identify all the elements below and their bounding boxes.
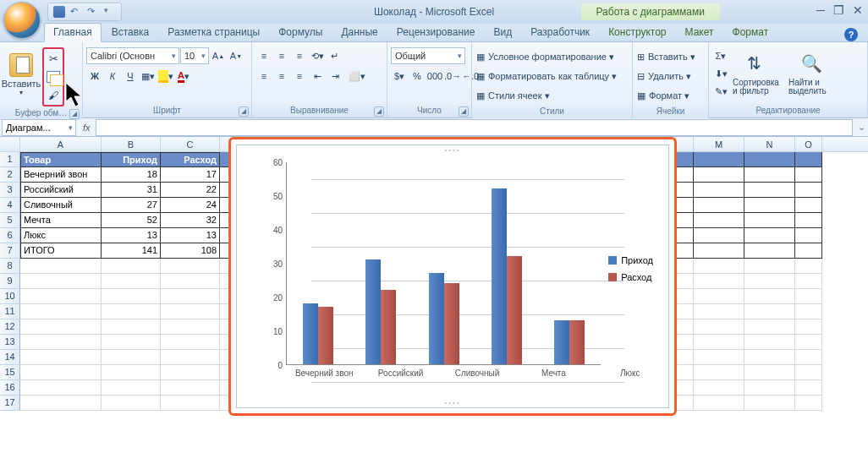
cell[interactable] (744, 198, 795, 213)
font-launcher[interactable]: ◢ (239, 106, 249, 117)
align-right-button[interactable]: ≡ (291, 68, 308, 85)
cell[interactable] (161, 350, 220, 365)
tab-insert[interactable]: Вставка (103, 24, 158, 41)
column-header-M[interactable]: M (694, 137, 744, 151)
cell[interactable]: Товар (20, 152, 102, 167)
align-center-button[interactable]: ≡ (273, 68, 290, 85)
cell[interactable] (795, 365, 822, 380)
cell[interactable] (795, 396, 822, 411)
cell[interactable] (694, 335, 744, 350)
bar[interactable] (365, 259, 381, 364)
cell[interactable] (795, 228, 822, 243)
fill-color-button[interactable]: ▾ (157, 68, 174, 85)
tab-chart-layout[interactable]: Макет (677, 24, 722, 41)
cell[interactable] (102, 304, 161, 319)
cell[interactable] (744, 319, 795, 335)
formula-input[interactable] (96, 119, 853, 136)
bar[interactable] (429, 273, 444, 364)
underline-button[interactable]: Ч (122, 68, 139, 85)
row-header-3[interactable]: 3 (0, 183, 20, 198)
cell[interactable] (694, 396, 744, 411)
redo-icon[interactable]: ↷ (87, 6, 99, 18)
column-header-A[interactable]: A (20, 137, 102, 151)
wrap-text-button[interactable]: ↵ (327, 47, 343, 64)
italic-button[interactable]: К (104, 68, 121, 85)
font-size-combo[interactable]: 10 (180, 47, 209, 64)
cell[interactable] (20, 396, 102, 411)
help-icon[interactable]: ? (844, 28, 858, 41)
delete-cells-button[interactable]: ⊟ Удалить ▾ (636, 67, 704, 85)
cell[interactable]: 27 (102, 198, 161, 213)
bar[interactable] (444, 283, 459, 364)
bar[interactable] (554, 320, 569, 364)
column-header-B[interactable]: B (102, 137, 161, 151)
cell[interactable] (102, 365, 161, 380)
undo-icon[interactable]: ↶ (70, 6, 82, 18)
align-middle-button[interactable]: ≡ (273, 47, 290, 64)
cell[interactable] (744, 365, 795, 380)
row-header-1[interactable]: 1 (0, 152, 20, 167)
cell[interactable]: Сливочный (20, 198, 102, 213)
merge-button[interactable]: ⬜▾ (344, 68, 370, 85)
row-header-6[interactable]: 6 (0, 228, 20, 243)
align-top-button[interactable]: ≡ (255, 47, 272, 64)
chart-plot-area[interactable]: 0102030405060 (262, 162, 601, 365)
cell[interactable]: 31 (102, 183, 161, 198)
cell[interactable] (744, 243, 795, 259)
cell-styles-button[interactable]: ▦ Стили ячеек ▾ (475, 86, 628, 105)
row-header-12[interactable]: 12 (0, 319, 20, 335)
cell[interactable] (744, 350, 795, 365)
cell[interactable] (694, 304, 744, 319)
cell[interactable] (744, 259, 795, 274)
cell[interactable] (161, 335, 220, 350)
cell[interactable] (161, 289, 220, 304)
copy-button[interactable] (45, 68, 62, 85)
cell[interactable] (795, 380, 822, 396)
cell[interactable] (694, 380, 744, 396)
cell[interactable] (744, 335, 795, 350)
row-header-5[interactable]: 5 (0, 213, 20, 228)
decrease-indent-button[interactable]: ⇤ (309, 68, 326, 85)
cell[interactable] (694, 259, 744, 274)
cell[interactable] (744, 152, 795, 167)
bar[interactable] (492, 188, 507, 364)
orientation-button[interactable]: ⟲▾ (309, 47, 326, 64)
cell[interactable] (102, 289, 161, 304)
cell[interactable] (795, 243, 822, 259)
cell[interactable] (694, 289, 744, 304)
cell[interactable] (20, 289, 102, 304)
cell[interactable] (102, 335, 161, 350)
bar[interactable] (303, 303, 318, 364)
cell[interactable] (20, 380, 102, 396)
tab-data[interactable]: Данные (332, 24, 386, 41)
cell[interactable]: 24 (161, 198, 220, 213)
tab-developer[interactable]: Разработчик (522, 24, 598, 41)
shrink-font-button[interactable]: A▼ (228, 47, 244, 64)
row-header-8[interactable]: 8 (0, 259, 20, 274)
cell[interactable]: ИТОГО (20, 243, 102, 259)
cell[interactable] (744, 289, 795, 304)
cell[interactable]: 13 (102, 228, 161, 243)
row-header-2[interactable]: 2 (0, 167, 20, 183)
cell[interactable] (20, 274, 102, 289)
grow-font-button[interactable]: A▲ (210, 47, 227, 64)
cell[interactable]: Российский (20, 183, 102, 198)
cell[interactable] (20, 365, 102, 380)
cell[interactable] (694, 243, 744, 259)
fill-button[interactable]: ⬇▾ (712, 65, 729, 82)
cell[interactable] (694, 274, 744, 289)
cell[interactable] (744, 167, 795, 183)
cell[interactable]: Вечерний звон (20, 167, 102, 183)
cell[interactable] (795, 198, 822, 213)
format-painter-button[interactable] (45, 87, 62, 104)
cell[interactable] (20, 304, 102, 319)
alignment-launcher[interactable]: ◢ (374, 106, 384, 117)
cell[interactable] (795, 289, 822, 304)
clipboard-launcher[interactable]: ◢ (69, 109, 80, 119)
cell[interactable]: 52 (102, 213, 161, 228)
autosum-button[interactable]: Σ▾ (712, 47, 729, 64)
cell[interactable]: Мечта (20, 213, 102, 228)
cell[interactable] (744, 274, 795, 289)
minimize-button[interactable]: ─ (816, 3, 825, 17)
cell[interactable] (744, 304, 795, 319)
